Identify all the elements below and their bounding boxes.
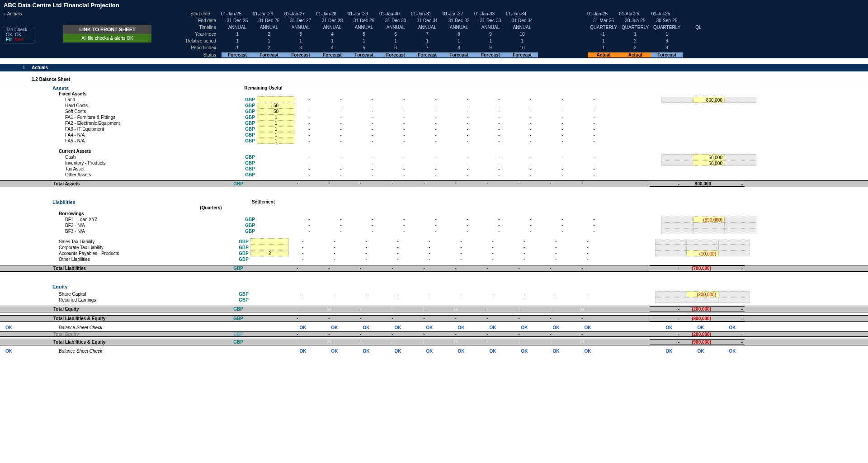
q-input[interactable]: (10,000) <box>687 250 718 256</box>
data-cell: - <box>359 115 390 120</box>
q-input-blank[interactable] <box>693 228 725 234</box>
data-cell: - <box>485 160 517 166</box>
input-cell[interactable]: 1 <box>257 126 295 132</box>
q-input-blank[interactable] <box>661 97 693 103</box>
q-input-blank[interactable] <box>655 239 687 245</box>
check-ok: OK <box>384 325 415 330</box>
q-input-blank[interactable] <box>718 245 750 250</box>
data-cell: - <box>548 228 580 234</box>
q-input-blank[interactable] <box>655 250 687 256</box>
q-input-blank[interactable] <box>725 154 756 160</box>
line-label: Land <box>0 97 237 102</box>
check-label: Balance Sheet Check <box>0 349 231 354</box>
q-input[interactable]: 50,000 <box>693 154 725 160</box>
input-cell[interactable]: 2 <box>250 250 289 256</box>
input-cell[interactable]: 50 <box>257 109 295 114</box>
line-item-row: Other Assets GBP ---------- <box>0 172 868 178</box>
data-cell: - <box>347 306 378 312</box>
data-cell: - <box>485 121 517 126</box>
input-cell[interactable] <box>257 96 295 102</box>
q-input-blank[interactable] <box>718 297 750 303</box>
header-cell: 8 <box>443 32 475 37</box>
header-cell: 01-Jan-31 <box>406 11 437 16</box>
q-input[interactable]: 50,000 <box>693 160 725 166</box>
header-cell-q: 1 <box>588 38 619 43</box>
data-cell: - <box>327 154 359 160</box>
q-input-blank[interactable] <box>655 297 687 303</box>
data-cell: - <box>453 115 485 120</box>
data-cell: - <box>295 103 327 108</box>
data-cell: - <box>485 138 517 143</box>
data-cell: - <box>359 172 390 177</box>
q-input-blank[interactable] <box>661 228 693 234</box>
q-input-blank[interactable] <box>687 245 718 250</box>
input-cell[interactable] <box>250 244 289 250</box>
input-cell[interactable]: 1 <box>257 132 295 138</box>
data-cell: - <box>548 103 580 108</box>
input-cell[interactable]: 1 <box>257 120 295 126</box>
data-cell: - <box>580 166 612 171</box>
q-input-blank[interactable] <box>687 297 718 303</box>
data-cell: - <box>327 172 359 177</box>
data-cell: - <box>295 222 327 228</box>
input-cell[interactable] <box>250 238 289 244</box>
q-input-blank[interactable] <box>661 217 693 222</box>
data-cell: - <box>548 121 580 126</box>
file-checks-status: All file checks & alerts OK <box>63 34 151 43</box>
data-cell: - <box>422 160 453 166</box>
link-front-sheet-button[interactable]: LINK TO FRONT SHEET <box>63 25 151 34</box>
line-item-row: Accounts Payables - Products GBP 2 -----… <box>0 250 868 256</box>
check-ok-q: OK <box>687 325 718 330</box>
data-cell: - <box>574 239 605 245</box>
check-ok: OK <box>289 325 321 330</box>
assets-heading: Assets <box>0 85 224 91</box>
q-input-blank[interactable] <box>661 160 693 166</box>
q-input-blank[interactable] <box>718 291 750 297</box>
header-cell: Forecast <box>506 52 538 57</box>
q-input-blank[interactable] <box>725 228 756 234</box>
header-cell-q: 01-Jul-25 <box>645 11 677 16</box>
data-cell: - <box>479 250 510 256</box>
q-input-blank[interactable] <box>655 245 687 250</box>
q-input-blank[interactable] <box>725 97 756 103</box>
hdr-period-index-label: Period index <box>0 45 222 50</box>
q-input[interactable]: 800,000 <box>693 97 725 103</box>
hdr-status-label: Status <box>0 52 222 57</box>
data-cell: - <box>442 316 473 321</box>
header-cell: 31-Dec-30 <box>380 18 411 23</box>
q-input-blank[interactable] <box>655 291 687 297</box>
header-cell-q: 3 <box>651 38 683 43</box>
data-cell: - <box>485 132 517 137</box>
input-cell[interactable]: 1 <box>257 138 295 144</box>
q-input[interactable]: (690,000) <box>693 217 725 222</box>
data-cell: - <box>283 181 315 187</box>
q-input[interactable]: (200,000) <box>687 291 718 297</box>
data-cell: - <box>347 265 378 271</box>
header-cell-q: 1 <box>651 32 683 37</box>
line-item-row: Share Capital GBP ----------(200,000) <box>0 291 868 297</box>
q-input-blank[interactable] <box>693 222 725 228</box>
input-cell[interactable]: 50 <box>257 103 295 109</box>
data-cell: - <box>295 228 327 234</box>
data-cell: - <box>568 306 600 312</box>
header-cell: 10 <box>506 45 538 50</box>
header-panel: ABC Data Centre Ltd Financial Projection… <box>0 0 868 58</box>
input-cell[interactable]: 1 <box>257 114 295 120</box>
q-input-blank[interactable] <box>661 222 693 228</box>
header-cell: Forecast <box>253 52 285 57</box>
q-input-blank[interactable] <box>687 239 718 245</box>
q-input-blank[interactable] <box>725 222 756 228</box>
check-ok: OK <box>479 349 510 354</box>
line-label: FA2 - Electronic Equipment <box>0 121 237 126</box>
q-input-blank[interactable] <box>725 217 756 222</box>
data-cell: - <box>510 250 542 256</box>
q-input-blank[interactable] <box>661 154 693 160</box>
data-cell: - <box>574 250 605 256</box>
q-input-blank[interactable] <box>718 239 750 245</box>
q-input-blank[interactable] <box>718 250 750 256</box>
data-cell: - <box>580 222 612 228</box>
header-cell-q: QUARTERLY <box>619 25 651 30</box>
data-cell: - <box>537 316 568 321</box>
header-cell: ANNUAL <box>285 25 316 30</box>
q-input-blank[interactable] <box>725 160 756 166</box>
